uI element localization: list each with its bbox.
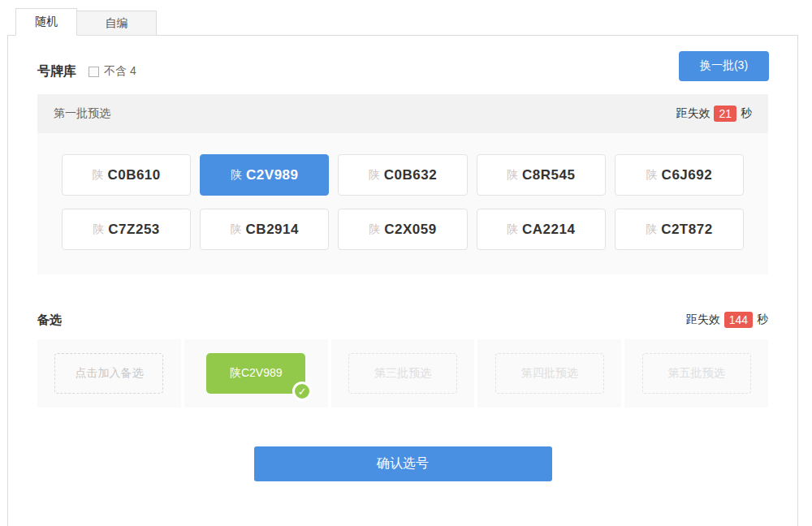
plate-prefix: 陕 — [92, 168, 103, 183]
plate-option[interactable]: 陕C2T872 — [615, 209, 744, 250]
plate-number: C2X059 — [384, 222, 436, 238]
plate-number: C7Z253 — [108, 222, 159, 238]
plate-prefix: 陕 — [93, 222, 104, 237]
backup-slot: 第四批预选 — [477, 339, 621, 407]
expiry-seconds-badge: 144 — [724, 312, 753, 328]
confirm-wrap: 确认选号 — [37, 446, 768, 481]
tab-random[interactable]: 随机 — [15, 8, 77, 36]
tab-custom[interactable]: 自编 — [77, 11, 157, 36]
plate-number: C6J692 — [662, 167, 713, 183]
batch-section: 第一批预选 距失效 21 秒 陕C0B610陕C2V989陕C0B632陕C8R… — [37, 94, 768, 274]
plate-prefix: 陕 — [646, 222, 657, 237]
backup-slot-add[interactable]: 点击加入备选 — [54, 353, 163, 394]
plate-number: C2T872 — [661, 222, 712, 238]
plate-option[interactable]: 陕C6J692 — [615, 154, 744, 196]
plate-grid: 陕C0B610陕C2V989陕C0B632陕C8R545陕C6J692陕C7Z2… — [62, 154, 744, 250]
plate-number: C8R545 — [522, 167, 575, 183]
plate-number: CB2914 — [246, 222, 299, 238]
backup-slot-placeholder: 第四批预选 — [495, 353, 604, 394]
plate-option[interactable]: 陕C8R545 — [477, 154, 606, 196]
plate-number: C2V989 — [246, 167, 298, 183]
backup-title: 备选 — [37, 313, 62, 328]
expiry-suffix: 秒 — [757, 313, 768, 327]
plate-option[interactable]: 陕CA2214 — [477, 209, 606, 250]
expiry-suffix: 秒 — [741, 106, 752, 121]
pool-label: 号牌库 — [37, 63, 76, 80]
backup-slots: 点击加入备选陕C2V989✓第三批预选第四批预选第五批预选 — [37, 339, 768, 407]
change-batch-button[interactable]: 换一批(3) — [679, 51, 769, 81]
backup-slot: 第五批预选 — [624, 339, 768, 407]
plate-prefix: 陕 — [231, 168, 242, 183]
backup-slot-saved[interactable]: 陕C2V989✓ — [206, 353, 305, 394]
plate-option[interactable]: 陕C0B632 — [338, 154, 467, 196]
plate-prefix: 陕 — [646, 168, 658, 183]
plate-prefix: 陕 — [369, 222, 380, 237]
backup-slot: 点击加入备选 — [37, 339, 181, 407]
plate-option[interactable]: 陕C2V989 — [200, 154, 329, 196]
expiry-seconds-badge: 21 — [714, 106, 736, 122]
batch-header: 第一批预选 距失效 21 秒 — [37, 94, 768, 133]
batch-expiry-countdown: 距失效 21 秒 — [676, 106, 752, 122]
plate-prefix: 陕 — [231, 222, 242, 237]
plate-prefix: 陕 — [369, 168, 380, 183]
batch-title: 第一批预选 — [54, 106, 110, 121]
expiry-prefix: 距失效 — [686, 313, 720, 327]
backup-header: 备选 距失效 144 秒 — [37, 312, 768, 328]
exclude-4-label: 不含 4 — [104, 64, 136, 79]
backup-slot-placeholder: 第三批预选 — [348, 353, 457, 394]
backup-slot: 陕C2V989✓ — [184, 339, 328, 407]
backup-slot: 第三批预选 — [331, 339, 475, 407]
plate-prefix: 陕 — [507, 168, 518, 183]
plate-option[interactable]: 陕C7Z253 — [62, 209, 191, 250]
exclude-4-checkbox[interactable] — [89, 67, 99, 77]
expiry-prefix: 距失效 — [676, 106, 710, 121]
tab-bar: 随机 自编 — [0, 8, 812, 35]
plate-prefix: 陕 — [507, 222, 518, 237]
backup-expiry-countdown: 距失效 144 秒 — [686, 312, 768, 328]
plate-number: CA2214 — [522, 222, 575, 238]
confirm-button[interactable]: 确认选号 — [254, 446, 552, 481]
check-icon: ✓ — [292, 382, 312, 401]
plate-number: C0B610 — [107, 167, 160, 183]
plate-option[interactable]: 陕C0B610 — [62, 154, 191, 196]
batch-body: 陕C0B610陕C2V989陕C0B632陕C8R545陕C6J692陕C7Z2… — [37, 133, 768, 274]
saved-plate-label: 陕C2V989 — [230, 366, 283, 381]
plate-number: C0B632 — [384, 167, 437, 183]
pool-row: 号牌库 不含 4 换一批(3) — [37, 55, 769, 88]
plate-selection-panel: 号牌库 不含 4 换一批(3) 第一批预选 距失效 21 秒 陕C0B610陕C… — [7, 35, 798, 526]
plate-option[interactable]: 陕CB2914 — [200, 209, 329, 250]
backup-slot-placeholder: 第五批预选 — [642, 353, 751, 394]
plate-option[interactable]: 陕C2X059 — [338, 209, 467, 250]
exclude-4-filter: 不含 4 — [89, 64, 136, 79]
